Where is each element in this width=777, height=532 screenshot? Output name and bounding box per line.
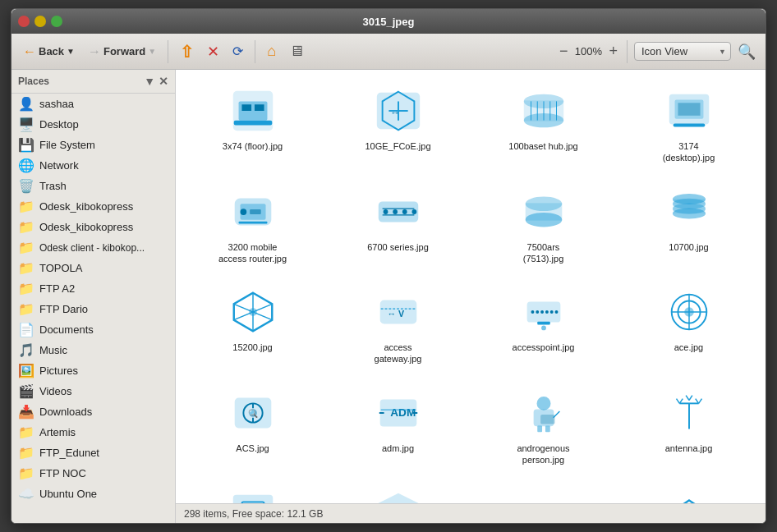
- svg-text:ADM: ADM: [390, 406, 416, 419]
- file-grid: 3x74 (floor).jpg ↔ 10GE_FCoE.jpg 100base…: [184, 78, 757, 503]
- list-item[interactable]: 3x74 (floor).jpg: [184, 78, 321, 171]
- list-item[interactable]: antenna.jpg: [620, 380, 757, 473]
- ubuntuone-icon: ☁️: [18, 486, 34, 502]
- svg-rect-4: [233, 121, 272, 126]
- sidebar-item-ftpdario[interactable]: 📁 FTP Dario: [11, 299, 175, 319]
- home-button[interactable]: ⌂: [262, 41, 281, 62]
- sidebar-item-trash[interactable]: 🗑️ Trash: [11, 176, 175, 196]
- list-item[interactable]: 6700 series.jpg: [329, 179, 467, 272]
- list-item[interactable]: 7500ars (7513).jpg: [475, 179, 612, 272]
- sidebar-close-icon[interactable]: ✕: [159, 75, 168, 88]
- svg-rect-79: [537, 425, 542, 432]
- svg-point-43: [673, 209, 705, 218]
- file-thumb: [517, 85, 570, 137]
- list-item[interactable]: QFP ASR 1000 Series.jpg: [329, 480, 467, 503]
- list-item[interactable]: accesspoint.jpg: [475, 279, 612, 372]
- list-item[interactable]: 100baset hub.jpg: [475, 78, 612, 171]
- reload-button[interactable]: ⟳: [228, 42, 248, 61]
- sidebar-down-icon[interactable]: ▼: [144, 75, 155, 88]
- statusbar-text: 298 items, Free space: 12.1 GB: [184, 508, 323, 520]
- file-area[interactable]: 3x74 (floor).jpg ↔ 10GE_FCoE.jpg 100base…: [176, 70, 766, 503]
- forward-button[interactable]: → Forward ▼: [83, 41, 161, 62]
- up-button[interactable]: ⇧: [175, 40, 199, 63]
- sidebar-item-topola[interactable]: 📁 TOPOLA: [11, 258, 175, 278]
- list-item[interactable]: androgenous person.jpg: [475, 380, 612, 473]
- sidebar-item-odesk3[interactable]: 📁 Odesk client - kibokop...: [11, 237, 175, 258]
- sidebar-item-artemis[interactable]: 📁 Artemis: [11, 422, 175, 443]
- list-item[interactable]: 10700.jpg: [620, 179, 757, 272]
- sidebar-item-ftpedunet[interactable]: 📁 FTP_Edunet: [11, 443, 175, 463]
- sidebar-item-odesk1[interactable]: 📁 Odesk_kibokopress: [11, 196, 175, 217]
- computer-button[interactable]: 🖥: [284, 41, 309, 62]
- sidebar-label-artemis: Artemis: [39, 426, 76, 438]
- list-item[interactable]: ↔ 10GE_FCoE.jpg: [329, 78, 467, 171]
- file-label: 3200 mobile access router.jpg: [216, 241, 290, 265]
- svg-rect-2: [241, 104, 251, 111]
- zoom-group: − 100% +: [557, 43, 620, 60]
- file-label: 6700 series.jpg: [367, 241, 429, 253]
- stop-button[interactable]: ✕: [202, 41, 224, 62]
- sidebar-item-ftpnoc[interactable]: 📁 FTP NOC: [11, 463, 175, 484]
- view-select[interactable]: Icon View List View Compact View: [634, 42, 731, 61]
- sidebar-label-topola: TOPOLA: [39, 262, 83, 274]
- sidebar-item-ubuntuone[interactable]: ☁️ Ubuntu One: [11, 484, 175, 504]
- sidebar-label-videos: Videos: [39, 385, 72, 397]
- sidebar-item-videos[interactable]: 🎬 Videos: [11, 381, 175, 401]
- svg-rect-21: [673, 124, 705, 127]
- svg-point-36: [526, 213, 561, 227]
- file-label: ACS.jpg: [236, 443, 269, 454]
- window-title: 3015_jpeg: [67, 16, 710, 28]
- file-thumb: ADM: [372, 387, 425, 439]
- list-item[interactable]: ADM adm.jpg: [329, 380, 467, 473]
- list-item[interactable]: ace.jpg: [620, 279, 757, 372]
- file-thumb: [372, 186, 425, 238]
- trash-icon: 🗑️: [18, 178, 34, 194]
- list-item[interactable]: ↔ V access gateway.jpg: [329, 279, 467, 372]
- sidebar-label-ftpa2: FTP A2: [39, 282, 75, 295]
- svg-line-89: [686, 395, 689, 400]
- main-window: 3015_jpeg ← Back ▼ → Forward ▼ ⇧ ✕ ⟳ ⌂ 🖥…: [11, 8, 766, 524]
- sidebar-item-filesystem[interactable]: 💾 File System: [11, 135, 175, 155]
- file-label: 3174 (desktop).jpg: [652, 140, 726, 164]
- sidebar-item-odesk2[interactable]: 📁 Odesk_kibokopress: [11, 217, 175, 237]
- list-item[interactable]: ↔ V ata.jpg: [475, 480, 612, 503]
- svg-rect-80: [545, 425, 549, 432]
- sidebar-item-sashaa[interactable]: 👤 sashaa: [11, 94, 175, 114]
- minimize-button[interactable]: [34, 16, 46, 27]
- svg-point-55: [540, 310, 544, 314]
- sidebar-item-documents[interactable]: 📄 Documents: [11, 319, 175, 340]
- zoom-out-button[interactable]: −: [557, 43, 571, 60]
- list-item[interactable]: asic processor.jpg: [184, 480, 321, 503]
- svg-point-77: [537, 397, 550, 410]
- sidebar-label-ftpedunet: FTP_Edunet: [39, 447, 99, 459]
- search-button[interactable]: 🔍: [734, 39, 759, 64]
- list-item[interactable]: atm 3800.jpg: [620, 480, 757, 503]
- zoom-in-button[interactable]: +: [606, 43, 620, 60]
- sidebar-item-desktop[interactable]: 🖥️ Desktop: [11, 114, 175, 135]
- file-thumb: ↔ V: [517, 487, 570, 503]
- sidebar-header-icons: ▼ ✕: [144, 75, 168, 88]
- sidebar-item-network[interactable]: 🌐 Network: [11, 155, 175, 176]
- list-item[interactable]: 🔍 ACS.jpg: [184, 380, 321, 473]
- sidebar-item-music[interactable]: 🎵 Music: [11, 340, 175, 360]
- sidebar-header-label: Places: [18, 76, 49, 87]
- list-item[interactable]: 3200 mobile access router.jpg: [184, 179, 321, 272]
- file-thumb: QFP: [372, 487, 425, 503]
- file-thumb: [663, 286, 715, 338]
- sashaa-icon: 👤: [18, 96, 34, 112]
- svg-rect-20: [678, 103, 700, 116]
- back-button[interactable]: ← Back ▼: [18, 41, 80, 62]
- close-button[interactable]: [18, 16, 30, 27]
- sidebar-item-pictures[interactable]: 🖼️ Pictures: [11, 360, 175, 381]
- svg-rect-25: [250, 209, 261, 214]
- sidebar-item-ftpa2[interactable]: 📁 FTP A2: [11, 278, 175, 299]
- maximize-button[interactable]: [51, 16, 62, 27]
- back-arrow-icon: ←: [23, 44, 36, 59]
- sidebar-item-downloads[interactable]: 📥 Downloads: [11, 401, 175, 422]
- file-thumb: [227, 286, 279, 338]
- toolbar-separator-2: [255, 40, 255, 63]
- svg-marker-94: [379, 494, 417, 503]
- list-item[interactable]: 15200.jpg: [184, 279, 321, 372]
- list-item[interactable]: 3174 (desktop).jpg: [620, 78, 757, 171]
- file-thumb: [517, 387, 570, 439]
